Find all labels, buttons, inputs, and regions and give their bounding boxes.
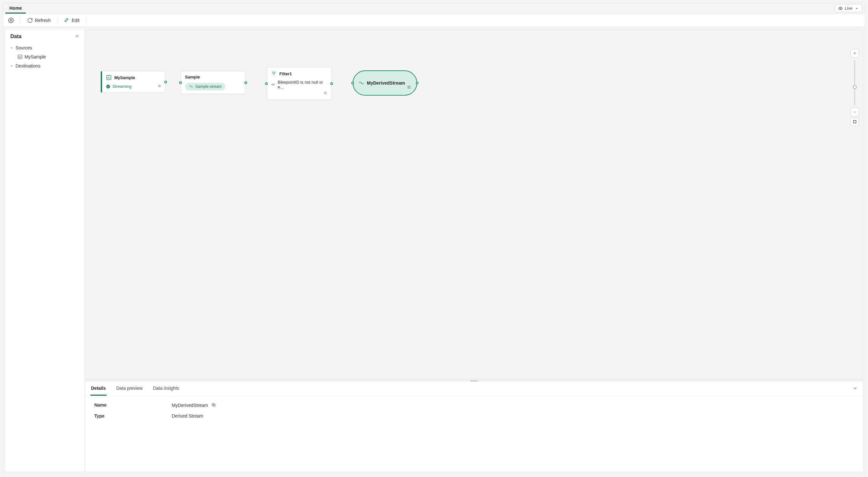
checkmark-icon (106, 84, 111, 89)
port-in[interactable] (179, 81, 182, 84)
tree-sources[interactable]: Sources (8, 43, 82, 52)
sidebar-collapse-button[interactable] (75, 34, 80, 39)
node-sample[interactable]: Sample Sample-stream (181, 71, 245, 94)
chart-icon (18, 54, 23, 59)
copy-button[interactable] (211, 403, 216, 408)
details-name-label: Name (94, 403, 172, 408)
details-name-value: MyDerivedStream (172, 403, 208, 408)
zoom-slider[interactable] (855, 60, 855, 105)
zoom-fit-button[interactable] (850, 118, 859, 126)
chevron-double-left-icon (75, 34, 80, 38)
node-source-title: MySample (114, 75, 135, 80)
panel-collapse-button[interactable] (852, 386, 858, 392)
data-sidebar: Data Sources MySample D (5, 29, 85, 472)
stream-chip: Sample-stream (185, 83, 225, 90)
node-source-status: Streaming (113, 84, 131, 89)
tree-sources-label: Sources (16, 45, 32, 50)
flow-canvas[interactable]: MySample Streaming (85, 29, 863, 380)
toolbar-separator (57, 17, 58, 24)
refresh-button[interactable]: Refresh (24, 16, 54, 25)
toolbar: Refresh Edit (3, 14, 865, 27)
details-type-label: Type (94, 413, 172, 419)
chevron-down-icon (855, 6, 859, 11)
tab-details[interactable]: Details (90, 382, 106, 396)
svg-rect-5 (272, 84, 275, 85)
node-menu-button[interactable] (157, 84, 162, 89)
fit-icon (853, 120, 857, 124)
toolbar-separator (20, 17, 21, 24)
chevron-down-icon (10, 46, 13, 50)
stream-chip-label: Sample-stream (195, 84, 221, 89)
tab-data-insights[interactable]: Data insights (152, 382, 180, 396)
tree-destinations-label: Destinations (16, 63, 40, 68)
port-out[interactable] (164, 81, 167, 83)
gear-icon (8, 18, 14, 23)
menu-lines-icon (406, 84, 412, 90)
live-label: Live (845, 6, 852, 11)
port-in[interactable] (265, 82, 268, 85)
ribbon-tab-home[interactable]: Home (5, 3, 26, 13)
node-menu-button[interactable] (323, 91, 328, 96)
minus-icon (853, 110, 857, 114)
node-derived-title: MyDerivedStream (367, 81, 405, 86)
live-toggle[interactable]: Live (835, 4, 863, 12)
stream-icon (359, 80, 364, 86)
tree-source-item-label: MySample (25, 54, 46, 59)
sidebar-title: Data (10, 34, 22, 39)
edit-button[interactable]: Edit (61, 16, 83, 25)
details-type-value: Derived Stream (172, 413, 203, 419)
port-out[interactable] (416, 82, 418, 84)
node-derived-stream[interactable]: MyDerivedStream (352, 70, 417, 96)
tab-data-preview[interactable]: Data preview (116, 382, 144, 396)
svg-rect-6 (854, 121, 856, 123)
stream-icon (189, 84, 193, 89)
node-filter-title: Filter1 (279, 71, 292, 76)
tree-destinations[interactable]: Destinations (8, 61, 82, 70)
svg-point-1 (10, 19, 12, 21)
refresh-label: Refresh (35, 18, 51, 23)
plus-icon (853, 51, 857, 55)
chart-icon (106, 74, 112, 81)
flow-edges (85, 29, 182, 78)
menu-lines-icon (323, 91, 328, 95)
column-icon (271, 82, 275, 87)
zoom-in-button[interactable] (850, 49, 859, 58)
menu-lines-icon (157, 84, 162, 88)
copy-icon (211, 403, 216, 407)
ribbon-bar: Home Live (3, 3, 865, 14)
details-panel: Details Data preview Data insights Name … (85, 382, 863, 472)
node-menu-button[interactable] (406, 84, 412, 91)
zoom-control (850, 49, 859, 127)
edit-icon (64, 18, 70, 23)
refresh-icon (27, 18, 33, 23)
svg-point-0 (840, 8, 841, 9)
port-out[interactable] (244, 81, 247, 84)
filter-icon (271, 71, 277, 77)
settings-button[interactable] (5, 16, 17, 25)
toolbar-separator (86, 17, 86, 24)
tree-source-item[interactable]: MySample (16, 52, 82, 61)
node-filter[interactable]: Filter1 BikepointID is not null or e… (267, 67, 331, 100)
eye-icon (838, 6, 843, 11)
zoom-out-button[interactable] (850, 108, 859, 116)
port-out[interactable] (330, 82, 333, 85)
node-source[interactable]: MySample Streaming (101, 71, 165, 93)
node-sample-title: Sample (185, 74, 200, 80)
chevron-down-icon (852, 386, 858, 391)
chevron-down-icon (10, 64, 13, 68)
zoom-handle[interactable] (853, 85, 857, 89)
edit-label: Edit (72, 18, 80, 23)
node-filter-desc: BikepointID is not null or e… (278, 80, 327, 89)
port-in[interactable] (351, 82, 354, 84)
